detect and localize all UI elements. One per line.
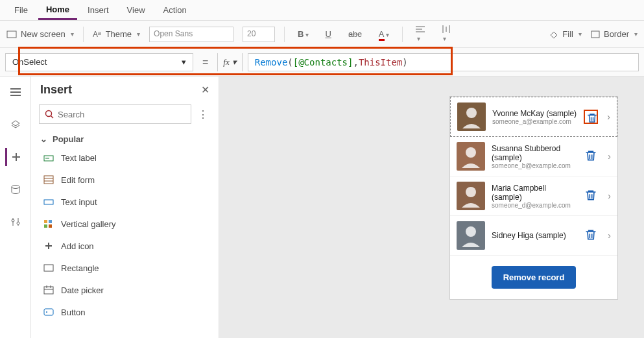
svg-point-44 (466, 226, 476, 237)
chevron-right-icon[interactable]: › (608, 191, 611, 201)
contact-row[interactable]: Maria Campbell (sample)someone_d@example… (450, 176, 617, 216)
menu-insert[interactable]: Insert (80, 1, 117, 19)
delete-icon[interactable] (584, 189, 599, 203)
align-icon (416, 25, 425, 33)
menu-home[interactable]: Home (38, 1, 77, 20)
underline-button[interactable]: U (322, 27, 335, 42)
bold-button[interactable]: B▾ (294, 27, 312, 42)
fill-button[interactable]: Fill▾ (549, 29, 582, 39)
contact-info: Susanna Stubberod (sample)someone_b@exam… (492, 144, 578, 169)
delete-icon[interactable] (584, 228, 599, 243)
rail-data[interactable] (6, 180, 25, 199)
gallery-contacts[interactable]: Yvonne McKay (sample)someone_a@example.c… (449, 96, 618, 300)
search-box[interactable] (39, 104, 191, 124)
left-rail (0, 77, 31, 338)
svg-point-40 (46, 311, 47, 313)
avatar (457, 182, 485, 210)
contact-row[interactable]: Susanna Stubberod (sample)someone_b@exam… (450, 137, 617, 176)
border-icon (591, 30, 600, 38)
svg-rect-0 (7, 31, 16, 38)
menu-file[interactable]: File (6, 1, 36, 19)
svg-rect-28 (44, 220, 47, 223)
chevron-down-icon: ⌄ (40, 134, 47, 144)
svg-point-19 (46, 111, 52, 117)
more-icon[interactable]: ⋮ (195, 106, 211, 123)
rail-tree-view[interactable] (6, 83, 25, 101)
svg-rect-35 (44, 287, 53, 294)
svg-point-18 (17, 222, 19, 224)
contact-info: Maria Campbell (sample)someone_d@example… (492, 184, 578, 209)
section-popular[interactable]: ⌄ Popular (31, 128, 219, 147)
item-label: Edit form (61, 175, 95, 185)
search-icon (45, 110, 54, 119)
item-label: Text input (61, 197, 97, 207)
delete-icon[interactable] (584, 149, 599, 163)
font-size-select[interactable]: 20 (243, 27, 275, 42)
font-color-button[interactable]: A▾ (375, 27, 393, 42)
formula-input[interactable]: Remove( [@Contacts], ThisItem ) (248, 53, 639, 71)
contact-name: Sidney Higa (sample) (492, 231, 578, 240)
insert-item[interactable]: Add icon (31, 235, 219, 257)
svg-line-20 (51, 116, 54, 119)
screen-icon (6, 30, 17, 38)
align-button[interactable]: ▾ (412, 23, 429, 45)
remove-record-button[interactable]: Remove record (492, 266, 577, 289)
border-button[interactable]: Border▾ (591, 29, 638, 39)
rail-insert[interactable] (5, 148, 23, 166)
contact-email: someone_d@example.com (492, 202, 578, 209)
insert-item[interactable]: Vertical gallery (31, 213, 219, 235)
svg-rect-31 (49, 224, 52, 228)
item-label: Text label (61, 153, 97, 163)
chevron-right-icon[interactable]: › (608, 230, 611, 241)
menu-view[interactable]: View (119, 1, 153, 19)
valign-button[interactable]: ▾ (438, 23, 455, 45)
insert-item[interactable]: Text label (31, 147, 219, 169)
contact-row[interactable]: Sidney Higa (sample)› (450, 216, 617, 256)
svg-rect-39 (44, 309, 53, 315)
theme-button[interactable]: Aª Theme▾ (93, 29, 140, 39)
search-input[interactable] (58, 110, 185, 119)
fx-button[interactable]: fx▾ (217, 53, 242, 71)
contact-name: Susanna Stubberod (sample) (492, 144, 578, 162)
svg-point-43 (466, 187, 476, 197)
insert-item[interactable]: Button (31, 301, 219, 323)
avatar (457, 221, 485, 250)
insert-item[interactable]: Date picker (31, 279, 219, 301)
equals-sign: = (198, 56, 212, 68)
property-select[interactable]: OnSelect▾ (5, 53, 193, 71)
svg-point-42 (466, 147, 476, 158)
svg-rect-26 (44, 200, 53, 204)
rail-settings[interactable] (6, 213, 25, 231)
delete-icon-selected[interactable] (584, 110, 598, 124)
item-label: Button (61, 308, 86, 317)
item-label: Date picker (61, 285, 104, 295)
menu-action[interactable]: Action (156, 1, 195, 19)
chevron-right-icon[interactable]: › (607, 112, 610, 122)
insert-item[interactable]: Rectangle (31, 257, 219, 279)
strike-button[interactable]: abc (344, 27, 366, 42)
contact-name: Yvonne McKay (sample) (492, 109, 577, 118)
insert-item[interactable]: Text input (31, 191, 219, 213)
workspace: Insert ✕ ⋮ ⌄ Popular Text labelEdit form… (0, 77, 644, 338)
contact-email: someone_b@example.com (492, 162, 578, 169)
svg-text:Aª: Aª (93, 30, 101, 39)
insert-panel: Insert ✕ ⋮ ⌄ Popular Text labelEdit form… (31, 77, 219, 338)
svg-point-14 (12, 186, 19, 189)
chevron-right-icon[interactable]: › (608, 151, 611, 162)
menu-bar: File Home Insert View Action (0, 0, 644, 21)
contact-email: someone_a@example.com (492, 118, 577, 125)
new-screen-button[interactable]: New screen▾ (6, 29, 74, 39)
font-family-select[interactable]: Open Sans (149, 27, 233, 42)
close-panel-icon[interactable]: ✕ (201, 84, 209, 96)
contact-row[interactable]: Yvonne McKay (sample)someone_a@example.c… (450, 97, 617, 137)
valign-icon (442, 25, 451, 33)
formula-bar: OnSelect▾ = fx▾ Remove( [@Contacts], Thi… (0, 48, 644, 77)
rail-layers[interactable] (6, 115, 25, 134)
item-icon (43, 174, 54, 186)
insert-item[interactable]: Edit form (31, 169, 219, 191)
contact-info: Yvonne McKay (sample)someone_a@example.c… (492, 109, 577, 125)
item-icon (43, 152, 54, 163)
canvas[interactable]: Yvonne McKay (sample)someone_a@example.c… (219, 77, 644, 338)
item-label: Rectangle (61, 263, 99, 273)
item-icon (43, 240, 54, 252)
